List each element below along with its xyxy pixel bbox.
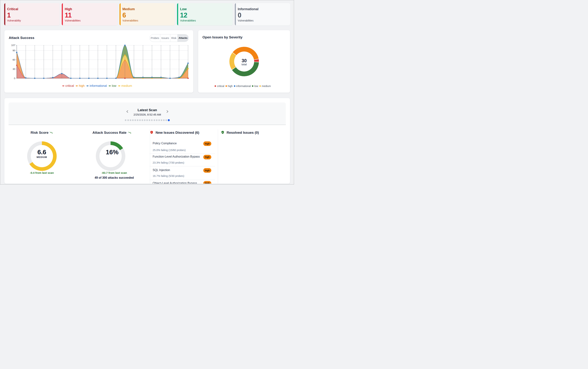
svg-text:30: 30 — [242, 58, 247, 63]
svg-text:total: total — [242, 63, 247, 66]
svg-text:90: 90 — [12, 49, 15, 52]
svg-text:0: 0 — [14, 77, 15, 80]
svg-text:30: 30 — [12, 68, 15, 70]
svg-text:107: 107 — [11, 44, 15, 47]
svg-text:60: 60 — [12, 58, 15, 61]
